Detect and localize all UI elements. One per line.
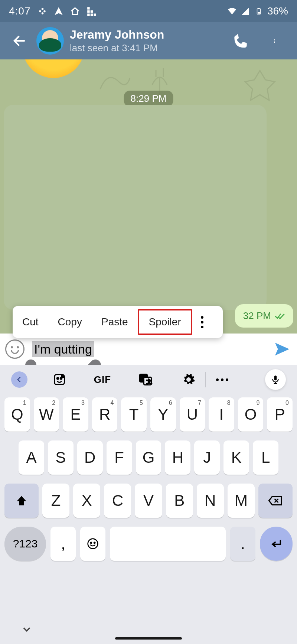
wifi-icon <box>227 6 237 16</box>
key-w[interactable]: W2 <box>34 397 59 432</box>
status-time: 4:07 <box>9 5 31 17</box>
key-y[interactable]: Y6 <box>150 397 176 432</box>
svg-text:文: 文 <box>147 378 152 384</box>
incoming-message-bubble[interactable] <box>4 105 267 310</box>
kb-more-button[interactable] <box>211 368 233 391</box>
kb-collapse-button[interactable] <box>11 371 27 388</box>
key-period[interactable]: . <box>230 527 255 561</box>
svg-rect-5 <box>87 10 90 13</box>
battery-percent: 36% <box>267 5 288 17</box>
contact-status: last seen at 3:41 PM <box>70 42 164 54</box>
svg-rect-1 <box>43 10 45 12</box>
key-e[interactable]: E3 <box>63 397 88 432</box>
key-enter[interactable] <box>260 527 293 561</box>
kb-hide-chevron[interactable] <box>22 624 32 636</box>
key-x[interactable]: X <box>73 484 100 518</box>
key-shift[interactable] <box>4 484 39 518</box>
key-backspace[interactable] <box>258 484 293 518</box>
mic-button[interactable] <box>265 369 286 390</box>
back-button[interactable] <box>8 30 30 52</box>
emoji-sticker <box>22 59 85 78</box>
key-m[interactable]: M <box>228 484 255 518</box>
nav-bar[interactable] <box>115 637 182 640</box>
key-d[interactable]: D <box>77 440 103 475</box>
message-time: 32 PM <box>243 310 271 322</box>
svg-rect-2 <box>41 8 43 10</box>
sticker-button[interactable] <box>48 368 71 391</box>
key-k[interactable]: K <box>223 440 249 475</box>
svg-rect-7 <box>90 10 93 13</box>
key-b[interactable]: B <box>166 484 193 518</box>
key-v[interactable]: V <box>135 484 162 518</box>
key-r[interactable]: R4 <box>92 397 118 432</box>
gif-button[interactable]: GIF <box>91 368 114 391</box>
key-h[interactable]: H <box>165 440 190 475</box>
svg-rect-9 <box>94 14 96 16</box>
translate-button[interactable]: 文 <box>134 368 157 391</box>
svg-rect-12 <box>258 12 260 14</box>
key-s[interactable]: S <box>48 440 74 475</box>
key-n[interactable]: N <box>197 484 224 518</box>
svg-rect-8 <box>90 14 93 16</box>
svg-point-18 <box>60 378 62 380</box>
key-emoji[interactable] <box>80 527 105 561</box>
contact-avatar[interactable] <box>36 27 64 55</box>
key-o[interactable]: O9 <box>238 397 264 432</box>
context-paste[interactable]: Paste <box>92 306 138 338</box>
emoji-button[interactable] <box>5 339 25 359</box>
svg-rect-0 <box>39 10 41 12</box>
send-icon <box>54 6 63 16</box>
more-options-button[interactable] <box>267 32 284 50</box>
key-f[interactable]: F <box>107 440 132 475</box>
time-badge: 8:29 PM <box>124 91 173 107</box>
key-j[interactable]: J <box>194 440 220 475</box>
key-z[interactable]: Z <box>42 484 69 518</box>
keyboard-toolbar: GIF 文 <box>0 365 297 394</box>
status-bar: 4:07 36% <box>0 0 297 22</box>
context-copy[interactable]: Copy <box>48 306 92 338</box>
key-p[interactable]: P0 <box>267 397 293 432</box>
key-t[interactable]: T5 <box>121 397 147 432</box>
send-button[interactable] <box>272 339 293 360</box>
svg-point-14 <box>274 41 275 42</box>
svg-point-23 <box>88 539 98 549</box>
battery-icon <box>254 6 264 16</box>
key-u[interactable]: U7 <box>180 397 205 432</box>
key-space[interactable] <box>110 527 226 561</box>
key-g[interactable]: G <box>136 440 161 475</box>
outgoing-message-bubble[interactable]: 32 PM <box>235 304 293 328</box>
message-input[interactable]: I'm qutting <box>32 341 94 357</box>
svg-point-15 <box>274 42 275 43</box>
bars-icon <box>87 6 96 16</box>
context-spoiler[interactable]: Spoiler <box>138 309 192 335</box>
svg-rect-3 <box>41 12 43 14</box>
home-icon <box>70 6 80 16</box>
key-a[interactable]: A <box>19 440 44 475</box>
keyboard: GIF 文 Q1W2E3R4T5Y6U7I8O9P0 ASDFGHJKL ZXC… <box>0 365 297 644</box>
context-more[interactable] <box>192 316 212 328</box>
contact-info[interactable]: Jeramy Johnson last seen at 3:41 PM <box>70 28 164 54</box>
message-input-text: I'm qutting <box>34 342 92 356</box>
contact-name: Jeramy Johnson <box>70 28 164 42</box>
text-context-menu: Cut Copy Paste Spoiler <box>13 306 223 338</box>
chat-body[interactable]: 8:29 PM 32 PM <box>0 59 297 334</box>
svg-rect-4 <box>87 7 90 10</box>
key-numbers[interactable]: ?123 <box>4 527 46 561</box>
settings-button[interactable] <box>177 368 200 391</box>
read-checks-icon <box>275 312 285 320</box>
svg-rect-6 <box>87 14 90 16</box>
context-cut[interactable]: Cut <box>13 306 48 338</box>
svg-point-13 <box>274 39 275 40</box>
message-input-row: I'm qutting <box>0 334 297 365</box>
svg-rect-11 <box>258 8 260 9</box>
key-i[interactable]: I8 <box>209 397 234 432</box>
slack-icon <box>37 6 47 16</box>
key-c[interactable]: C <box>104 484 131 518</box>
svg-point-25 <box>94 542 95 543</box>
key-l[interactable]: L <box>253 440 278 475</box>
key-q[interactable]: Q1 <box>4 397 30 432</box>
signal-icon <box>241 6 250 16</box>
call-button[interactable] <box>232 32 249 50</box>
chat-header: Jeramy Johnson last seen at 3:41 PM <box>0 22 297 59</box>
key-comma[interactable]: , <box>50 527 76 561</box>
